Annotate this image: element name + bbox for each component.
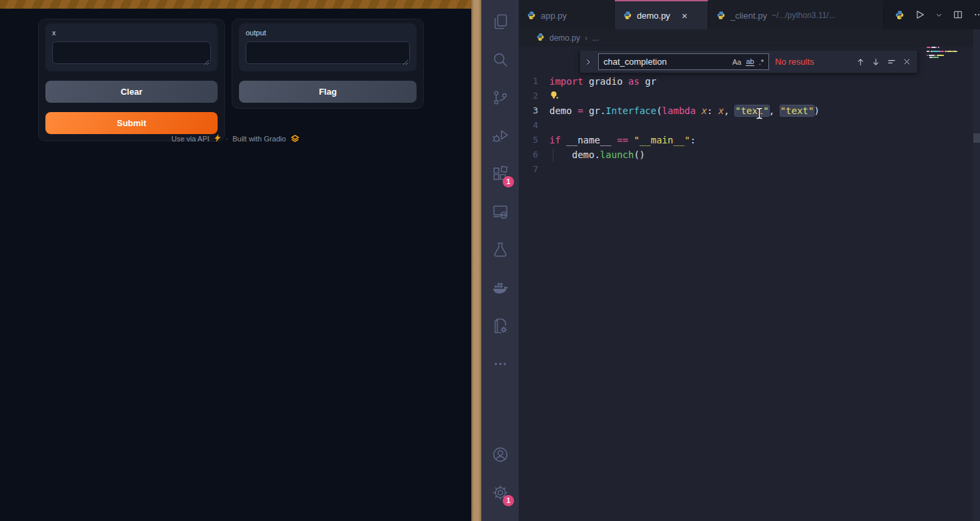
activity-bar-top: 1 <box>485 7 515 387</box>
python-icon <box>623 11 632 20</box>
line-content: demo = gr.Interface(lambda x: x, "text",… <box>549 103 820 118</box>
input-column: x Clear Submit <box>38 19 225 141</box>
tab-description: ~/.../python3.11/... <box>772 11 836 20</box>
output-column: output Flag <box>232 19 424 109</box>
code-editor[interactable]: 1import gradio as gr23demo = gr.Interfac… <box>519 47 980 521</box>
code-line-6[interactable]: 6 demo.launch() <box>519 147 980 162</box>
input-label: x <box>52 29 211 37</box>
minimap[interactable] <box>927 47 964 61</box>
output-label: output <box>246 29 410 37</box>
flag-button[interactable]: Flag <box>239 81 417 103</box>
code-token: == <box>617 135 628 145</box>
line-number: 4 <box>519 118 549 133</box>
code-token: gr <box>640 76 656 87</box>
account-icon <box>491 446 509 464</box>
activity-testing-button[interactable] <box>485 235 515 264</box>
gradio-row: x Clear Submit output <box>38 19 471 141</box>
editor-area: app.pydemo.py×_client.py~/.../python3.11… <box>519 0 980 521</box>
lightning-icon <box>214 134 221 143</box>
code-token: import <box>549 76 583 87</box>
minimap-line <box>927 59 964 60</box>
breadcrumb-symbol[interactable]: ... <box>592 33 599 43</box>
line-number: 1 <box>519 74 549 89</box>
editor-scrollbar[interactable] <box>973 29 980 521</box>
regex-toggle[interactable]: .* <box>759 58 764 66</box>
clear-button[interactable]: Clear <box>45 81 218 103</box>
window-sash[interactable] <box>471 0 481 521</box>
editor-actions <box>884 0 980 29</box>
toggle-replace-chevron-icon[interactable] <box>584 58 592 66</box>
input-textarea[interactable] <box>52 41 211 64</box>
activity-search-button[interactable] <box>485 45 515 74</box>
code-token: = <box>577 105 583 116</box>
code-line-1[interactable]: 1import gradio as gr <box>519 74 980 89</box>
tab-app-py[interactable]: app.py <box>519 0 615 29</box>
submit-button[interactable]: Submit <box>45 112 218 134</box>
split-editor-button[interactable] <box>953 9 963 20</box>
breadcrumb[interactable]: demo.py › ... <box>519 29 980 47</box>
code-token: launch <box>600 149 634 160</box>
activity-docker-button[interactable] <box>485 273 515 302</box>
resize-grip-icon[interactable] <box>403 56 409 68</box>
find-input-box: Aa ab .* <box>598 53 769 70</box>
minimap-line <box>927 55 964 56</box>
editor-more-actions-button[interactable] <box>973 9 980 20</box>
activity-bar: 1 1 <box>481 0 519 521</box>
editor-tab-bar: app.pydemo.py×_client.py~/.../python3.11… <box>519 0 980 29</box>
run-python-file-button[interactable] <box>915 9 925 20</box>
activity-explorer-button[interactable] <box>485 7 515 36</box>
resize-grip-icon[interactable] <box>204 56 210 68</box>
gradio-app-pane: x Clear Submit output <box>0 0 471 521</box>
minimap-line <box>927 47 964 48</box>
minimap-line <box>927 53 964 54</box>
output-textarea[interactable] <box>246 41 410 64</box>
activity-accounts-button[interactable] <box>485 440 515 469</box>
debug-icon <box>491 127 509 145</box>
code-line-2[interactable]: 2 <box>519 89 980 103</box>
code-line-4[interactable]: 4 <box>519 118 980 133</box>
screen: x Clear Submit output <box>0 0 980 521</box>
activity-badge: 1 <box>503 495 514 506</box>
code-token <box>696 105 701 116</box>
footer-separator: · <box>226 135 228 143</box>
lightbulb-icon[interactable] <box>549 90 559 105</box>
tab-demo-py[interactable]: demo.py× <box>615 0 708 29</box>
minimap-line <box>927 49 964 50</box>
activity-source-control-button[interactable] <box>485 83 515 112</box>
code-token: "text" <box>780 105 814 116</box>
breadcrumb-file[interactable]: demo.py <box>549 33 580 43</box>
activity-remote-explorer-button[interactable] <box>485 197 515 226</box>
code-line-7[interactable]: 7 <box>519 162 980 177</box>
find-in-selection-button[interactable] <box>887 57 897 67</box>
find-widget: Aa ab .* No results <box>579 51 918 73</box>
activity-extensions-button[interactable]: 1 <box>485 159 515 188</box>
tab--client-py[interactable]: _client.py~/.../python3.11/... <box>708 0 884 29</box>
gradio-body: x Clear Submit output <box>0 9 471 141</box>
code-token: () <box>634 149 645 160</box>
code-line-5[interactable]: 5if __name__ == "__main__": <box>519 133 980 147</box>
activity-more-views-button[interactable] <box>485 349 515 378</box>
close-find-button[interactable] <box>903 57 911 66</box>
code-token: demo. <box>549 149 600 160</box>
run-dropdown-chevron-icon[interactable] <box>935 11 943 19</box>
code-token: "text" <box>735 105 769 116</box>
search-icon <box>491 51 509 69</box>
activity-tools-button[interactable] <box>485 311 515 340</box>
find-previous-button[interactable] <box>856 57 865 67</box>
find-next-button[interactable] <box>871 57 881 67</box>
code-line-3[interactable]: 3demo = gr.Interface(lambda x: x, "text"… <box>519 103 980 118</box>
python-icon <box>527 11 536 20</box>
close-tab-icon[interactable]: × <box>682 11 688 21</box>
match-case-toggle[interactable]: Aa <box>732 58 741 66</box>
whole-word-toggle[interactable]: ab <box>746 57 754 66</box>
built-with-gradio-link[interactable]: Built with Gradio <box>232 135 286 143</box>
code-token: ) <box>814 105 819 116</box>
scrollbar-thumb[interactable] <box>973 133 980 143</box>
activity-settings-button[interactable]: 1 <box>485 478 515 507</box>
use-via-api-link[interactable]: Use via API <box>172 135 210 143</box>
code-token: : <box>707 105 718 116</box>
code-token: gr. <box>583 105 606 116</box>
find-input[interactable] <box>603 57 728 67</box>
activity-run-and-debug-button[interactable] <box>485 121 515 150</box>
code-token: : <box>690 135 696 145</box>
